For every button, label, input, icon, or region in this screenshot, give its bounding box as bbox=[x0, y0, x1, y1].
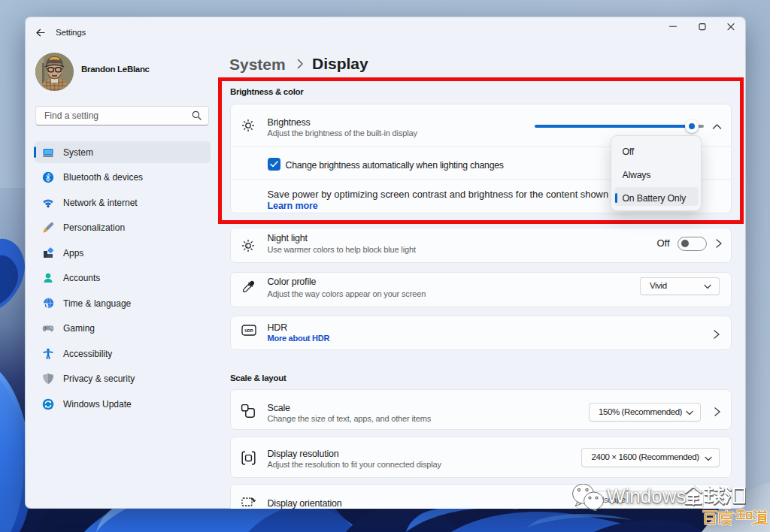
svg-text:HDR: HDR bbox=[244, 328, 253, 333]
